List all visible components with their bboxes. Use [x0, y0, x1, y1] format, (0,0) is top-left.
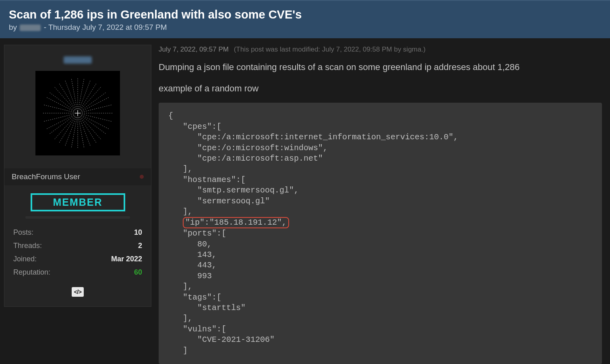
- stat-label: Joined:: [13, 255, 37, 263]
- timestamp-sep: -: [44, 23, 46, 31]
- code-line: "tags":[: [168, 293, 221, 302]
- code-line: 443,: [168, 261, 217, 270]
- code-line: "cpe:/a:microsoft:internet_information_s…: [168, 132, 458, 142]
- code-line: "cpe:/o:microsoft:windows",: [168, 143, 328, 153]
- thread-title: Scan of 1,286 ips in Greenland with also…: [9, 8, 601, 21]
- stat-reputation: Reputation: 60: [13, 266, 142, 279]
- user-column: BreachForums User MEMBER Posts: 10 Threa…: [4, 45, 151, 364]
- username-redacted[interactable]: [64, 56, 92, 64]
- post-body: Dumping a json file containing results o…: [159, 60, 602, 364]
- stat-label: Posts:: [13, 228, 33, 237]
- stat-value: 10: [134, 228, 142, 237]
- post-meta: July 7, 2022, 09:57 PM (This post was la…: [159, 46, 602, 54]
- code-line: ],: [168, 314, 192, 323]
- user-rank-row: BreachForums User: [4, 168, 151, 185]
- stat-joined: Joined: Mar 2022: [13, 252, 142, 266]
- stat-value[interactable]: 60: [134, 268, 142, 277]
- stat-posts: Posts: 10: [13, 226, 142, 239]
- code-line: "cpes":[: [168, 122, 221, 131]
- code-line: "sermersooq.gl": [168, 196, 270, 206]
- code-line: "CVE-2021-31206": [168, 335, 275, 344]
- code-line: {: [168, 111, 173, 120]
- main-area: BreachForums User MEMBER Posts: 10 Threa…: [0, 38, 610, 364]
- post-content: July 7, 2022, 09:57 PM (This post was la…: [159, 45, 606, 364]
- user-card: BreachForums User MEMBER Posts: 10 Threa…: [4, 45, 151, 307]
- member-badge: MEMBER: [31, 193, 125, 211]
- code-line: ],: [168, 282, 192, 291]
- code-line: "starttls": [168, 303, 246, 312]
- code-icon-row: </>: [12, 287, 144, 297]
- code-line: "ports":[: [168, 229, 226, 238]
- user-stats: Posts: 10 Threads: 2 Joined: Mar 2022 Re…: [12, 226, 144, 279]
- post-modified-note: (This post was last modified: July 7, 20…: [234, 46, 426, 53]
- post-line-2: example of a random row: [159, 81, 602, 95]
- level-bar: [25, 216, 130, 219]
- byline: by - Thursday July 7, 2022 at 09:57 PM: [9, 23, 601, 32]
- code-line: 993: [168, 271, 212, 281]
- thread-timestamp: Thursday July 7, 2022 at 09:57 PM: [48, 23, 167, 31]
- code-line: 80,: [168, 240, 212, 249]
- post-line-1: Dumping a json file containing results o…: [159, 60, 602, 74]
- code-line: 143,: [168, 250, 217, 259]
- post-timestamp[interactable]: July 7, 2022, 09:57 PM: [159, 46, 229, 53]
- code-line: "hostnames":[: [168, 175, 246, 184]
- by-prefix: by: [9, 23, 17, 31]
- status-offline-icon: [140, 175, 144, 179]
- code-line: ],: [168, 207, 192, 216]
- code-line: ],: [168, 164, 192, 174]
- author-redacted[interactable]: [20, 25, 41, 31]
- avatar[interactable]: [35, 71, 120, 155]
- code-line: ]: [168, 346, 188, 355]
- ip-highlight: "ip":"185.18.191.12",: [183, 217, 289, 228]
- stat-label: Reputation:: [13, 268, 50, 277]
- code-block[interactable]: { "cpes":[ "cpe:/a:microsoft:internet_in…: [159, 103, 602, 364]
- code-icon[interactable]: </>: [72, 287, 84, 297]
- stat-value: Mar 2022: [111, 255, 142, 263]
- stat-value: 2: [138, 242, 142, 250]
- thread-header: Scan of 1,286 ips in Greenland with also…: [0, 0, 610, 38]
- code-line: "smtp.sermersooq.gl",: [168, 186, 299, 195]
- stat-threads: Threads: 2: [13, 239, 142, 252]
- user-rank: BreachForums User: [12, 172, 80, 181]
- code-line-pad: [168, 218, 183, 227]
- code-line: "cpe:/a:microsoft:asp.net": [168, 154, 323, 163]
- stat-label: Threads:: [13, 242, 42, 250]
- code-line: "vulns":[: [168, 325, 226, 334]
- avatar-starburst-icon: [35, 71, 120, 155]
